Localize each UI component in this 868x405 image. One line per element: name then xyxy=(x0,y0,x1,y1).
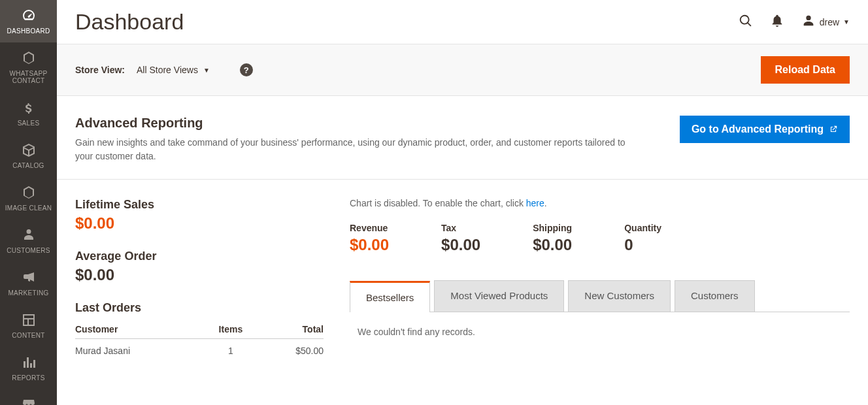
chart-enable-link[interactable]: here xyxy=(526,198,544,208)
tab-bestsellers[interactable]: Bestsellers xyxy=(350,281,430,312)
metric-quantity: Quantity 0 xyxy=(624,223,661,254)
sidebar-item-dashboard[interactable]: DASHBOARD xyxy=(0,0,57,42)
metric-value: $0.00 xyxy=(441,236,480,254)
metric-label: Quantity xyxy=(624,223,661,233)
chart-disabled-message: Chart is disabled. To enable the chart, … xyxy=(350,198,850,208)
person-icon xyxy=(20,226,38,244)
last-orders-table: Customer Items Total Murad Jasani 1 $50.… xyxy=(75,320,324,363)
tab-content: We couldn't find any records. xyxy=(350,312,850,351)
advanced-reporting-title: Advanced Reporting xyxy=(75,116,644,131)
bell-icon[interactable] xyxy=(770,14,784,30)
table-row[interactable]: Murad Jasani 1 $50.00 xyxy=(75,339,324,363)
average-order-block: Average Order $0.00 xyxy=(75,250,324,284)
advanced-reporting-description: Gain new insights and take command of yo… xyxy=(75,136,644,163)
store-view: Store View: All Store Views ▼ ? xyxy=(75,63,253,76)
advanced-reporting-text: Advanced Reporting Gain new insights and… xyxy=(75,116,663,163)
metric-tax: Tax $0.00 xyxy=(441,223,480,254)
cell-customer: Murad Jasani xyxy=(75,339,203,363)
sidebar-item-customers[interactable]: CUSTOMERS xyxy=(0,219,57,262)
megaphone-icon xyxy=(20,268,38,287)
user-name: drew xyxy=(820,17,839,27)
header-tools: drew ▼ xyxy=(739,14,850,30)
store-view-value: All Store Views xyxy=(137,65,198,75)
go-to-advanced-reporting-button[interactable]: Go to Advanced Reporting xyxy=(680,116,850,143)
page-title: Dashboard xyxy=(75,9,184,35)
hexagon-icon xyxy=(20,49,38,67)
metric-value: $0.00 xyxy=(350,236,389,254)
sidebar-item-label: IMAGE CLEAN xyxy=(5,204,52,212)
chevron-down-icon: ▼ xyxy=(843,18,850,25)
sidebar-item-image-clean[interactable]: IMAGE CLEAN xyxy=(0,177,57,219)
col-items: Items xyxy=(203,320,258,339)
sidebar-item-label: REPORTS xyxy=(12,374,44,381)
store-view-select[interactable]: All Store Views ▼ xyxy=(137,65,210,75)
sidebar-item-whatsapp[interactable]: WHATSAPP CONTACT xyxy=(0,42,57,92)
sidebar-item-content[interactable]: CONTENT xyxy=(0,304,57,347)
sidebar-item-sales[interactable]: SALES xyxy=(0,92,57,135)
dollar-icon xyxy=(20,99,38,117)
metrics-row: Revenue $0.00 Tax $0.00 Shipping $0.00 Q… xyxy=(350,223,850,254)
bar-chart-icon xyxy=(20,353,38,372)
stat-value: $0.00 xyxy=(75,214,324,233)
store-view-label: Store View: xyxy=(75,65,125,75)
box-icon xyxy=(20,141,38,159)
search-icon[interactable] xyxy=(739,14,753,30)
external-link-icon xyxy=(829,125,838,134)
col-total: Total xyxy=(258,320,324,339)
stat-label: Lifetime Sales xyxy=(75,198,324,212)
left-column: Lifetime Sales $0.00 Average Order $0.00… xyxy=(75,198,324,363)
sidebar-item-label: SALES xyxy=(18,120,40,127)
button-label: Go to Advanced Reporting xyxy=(692,123,824,135)
chevron-down-icon: ▼ xyxy=(203,67,210,74)
tabs: Bestsellers Most Viewed Products New Cus… xyxy=(350,280,850,312)
stat-value: $0.00 xyxy=(75,266,324,284)
metric-value: $0.00 xyxy=(533,236,572,254)
cell-items: 1 xyxy=(203,339,258,363)
sidebar-item-label: WHATSAPP CONTACT xyxy=(3,70,54,84)
chart-msg-prefix: Chart is disabled. To enable the chart, … xyxy=(350,198,526,208)
sidebar-item-label: CONTENT xyxy=(12,332,44,339)
metric-revenue: Revenue $0.00 xyxy=(350,223,389,254)
tab-most-viewed[interactable]: Most Viewed Products xyxy=(434,280,564,312)
main-content: Dashboard drew ▼ Store View: All Store V… xyxy=(57,0,868,381)
tab-customers[interactable]: Customers xyxy=(675,280,755,312)
gauge-icon xyxy=(20,7,38,25)
chart-msg-suffix: . xyxy=(544,198,547,208)
sidebar-item-catalog[interactable]: CATALOG xyxy=(0,135,57,177)
sidebar-item-label: CUSTOMERS xyxy=(7,247,50,254)
layout-icon xyxy=(20,311,38,329)
tab-new-customers[interactable]: New Customers xyxy=(568,280,671,312)
hexagon-icon xyxy=(20,184,38,202)
metric-label: Shipping xyxy=(533,223,572,233)
controls-bar: Store View: All Store Views ▼ ? Reload D… xyxy=(57,44,868,96)
metric-label: Revenue xyxy=(350,223,389,233)
cell-total: $50.00 xyxy=(258,339,324,363)
sidebar-item-label: MARKETING xyxy=(8,289,48,297)
help-icon[interactable]: ? xyxy=(240,63,253,76)
stat-label: Average Order xyxy=(75,250,324,263)
last-orders-title: Last Orders xyxy=(75,301,324,315)
metric-label: Tax xyxy=(441,223,480,233)
dashboard-grid: Lifetime Sales $0.00 Average Order $0.00… xyxy=(57,180,868,381)
table-header-row: Customer Items Total xyxy=(75,320,324,339)
metric-shipping: Shipping $0.00 xyxy=(533,223,572,254)
advanced-reporting-section: Advanced Reporting Gain new insights and… xyxy=(57,96,868,180)
reload-data-button[interactable]: Reload Data xyxy=(761,56,850,84)
sidebar-item-marketing[interactable]: MARKETING xyxy=(0,262,57,304)
col-customer: Customer xyxy=(75,320,203,339)
sidebar-item-label: CATALOG xyxy=(12,162,44,169)
user-menu[interactable]: drew ▼ xyxy=(801,14,850,30)
sidebar-item-reports[interactable]: REPORTS xyxy=(0,347,57,381)
metric-value: 0 xyxy=(624,236,661,254)
lifetime-sales-block: Lifetime Sales $0.00 xyxy=(75,198,324,233)
sidebar-item-label: DASHBOARD xyxy=(7,27,50,35)
sidebar: DASHBOARD WHATSAPP CONTACT SALES CATALOG… xyxy=(0,0,57,381)
header: Dashboard drew ▼ xyxy=(57,0,868,44)
right-column: Chart is disabled. To enable the chart, … xyxy=(350,198,850,363)
user-icon xyxy=(801,14,816,30)
